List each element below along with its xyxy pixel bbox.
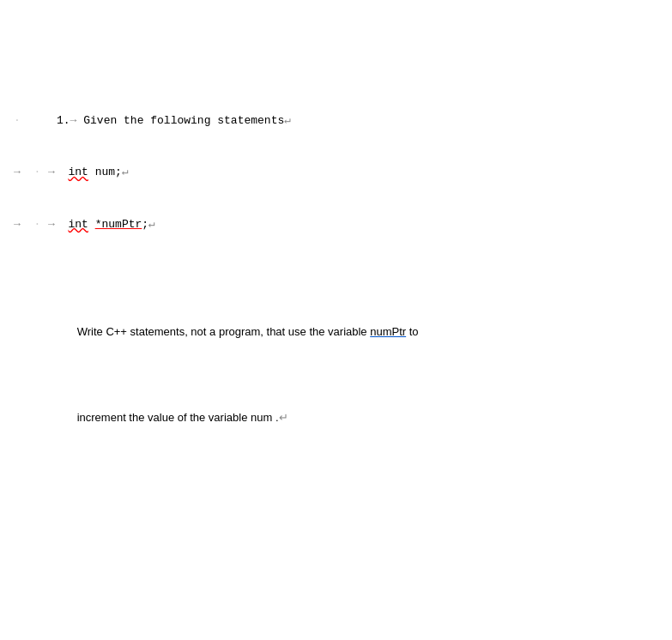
section-1: · 1.→ Given the following statements↵ → …	[14, 78, 658, 479]
numptr-inline: numPtr	[370, 325, 406, 338]
section1-para1: Write C++ statements, not a program, tha…	[58, 305, 658, 357]
keyword-int2: int	[68, 218, 88, 231]
section1-line2: → · → int *numPtr;↵	[14, 216, 658, 233]
section1-para2: increment the value of the variable num …	[58, 392, 658, 444]
section1-line1: → · → int num;↵	[14, 164, 658, 181]
document-content: · 1.→ Given the following statements↵ → …	[14, 9, 658, 640]
numptr-var: *numPtr	[95, 218, 142, 231]
keyword-int: int	[68, 166, 88, 178]
section1-heading: · 1.→ Given the following statements↵	[14, 112, 658, 130]
section1-number: 1.	[57, 114, 70, 127]
